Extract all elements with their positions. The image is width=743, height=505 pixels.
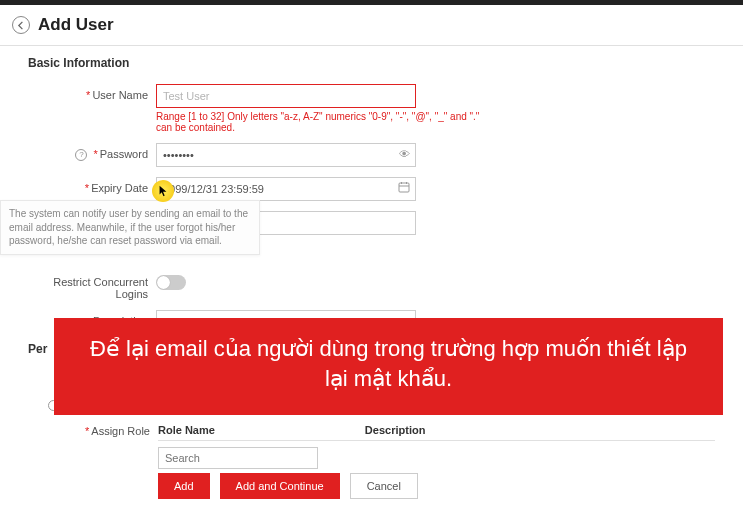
label-expiry: *Expiry Date (28, 177, 156, 194)
username-input[interactable] (156, 84, 416, 108)
label-password: ? *Password (28, 143, 156, 162)
label-assign-role: *Assign Role (58, 425, 158, 437)
col-role-name: Role Name (158, 424, 215, 436)
role-search-input[interactable] (158, 447, 318, 469)
cancel-button[interactable]: Cancel (350, 473, 418, 499)
assign-role-area: *Assign Role Role Name Description (58, 420, 715, 469)
row-username: *User Name Range [1 to 32] Only letters … (28, 84, 715, 133)
eye-icon[interactable]: 👁 (399, 148, 410, 160)
page-title: Add User (38, 15, 114, 35)
info-icon[interactable]: ? (75, 149, 87, 161)
section-basic-information: Basic Information (28, 56, 715, 70)
section-permission-partial: Per (28, 342, 47, 356)
row-expiry: *Expiry Date (28, 177, 715, 201)
back-button[interactable] (12, 16, 30, 34)
toggle-knob (157, 276, 170, 289)
restrict-toggle[interactable] (156, 275, 186, 290)
form-area: Basic Information *User Name Range [1 to… (0, 46, 743, 352)
password-input[interactable] (156, 143, 416, 167)
cursor-highlight (152, 180, 174, 202)
add-and-continue-button[interactable]: Add and Continue (220, 473, 340, 499)
row-restrict: Restrict Concurrent Logins (28, 271, 715, 300)
col-role-description: Description (365, 424, 426, 436)
page-header: Add User (0, 5, 743, 46)
row-password: ? *Password 👁 (28, 143, 715, 167)
svg-rect-0 (399, 183, 409, 192)
expiry-input[interactable] (156, 177, 416, 201)
calendar-icon[interactable] (398, 181, 410, 196)
email-tooltip: The system can notify user by sending an… (0, 200, 260, 255)
label-restrict: Restrict Concurrent Logins (28, 271, 156, 300)
button-row: Add Add and Continue Cancel (158, 473, 418, 499)
label-username: *User Name (28, 84, 156, 101)
cursor-icon (158, 185, 168, 197)
role-table-header: Role Name Description (158, 420, 715, 441)
arrow-left-icon (17, 21, 26, 30)
instruction-overlay: Để lại email của người dùng trong trường… (54, 318, 723, 415)
username-helper: Range [1 to 32] Only letters "a-z, A-Z" … (156, 111, 486, 133)
add-button[interactable]: Add (158, 473, 210, 499)
